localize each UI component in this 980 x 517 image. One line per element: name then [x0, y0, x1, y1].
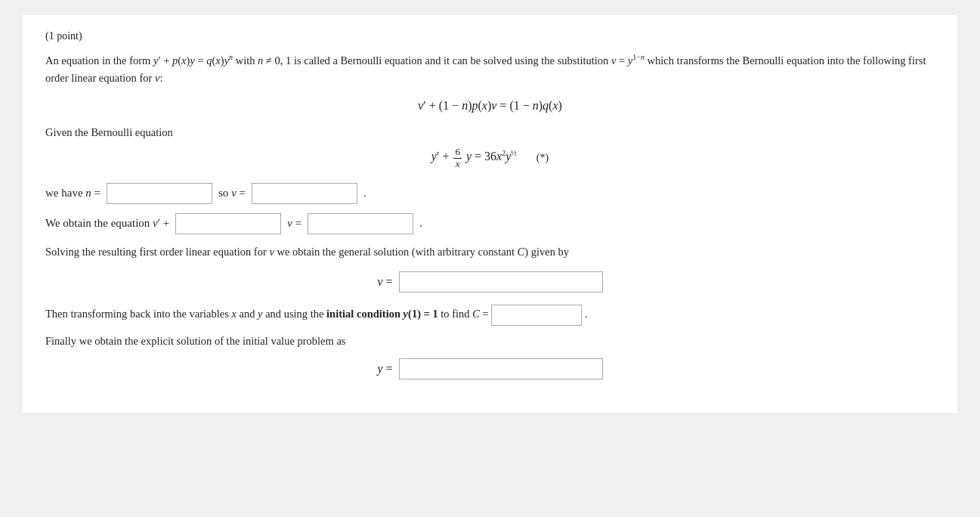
bernoulli-equation: y′ + 6 x y = 36x2y½ (*) — [45, 147, 935, 169]
y-label-text: y = — [377, 362, 392, 376]
c-value-input[interactable] — [491, 305, 582, 326]
v-general-input[interactable] — [399, 271, 603, 293]
v-input[interactable] — [252, 183, 357, 204]
obtain-rhs-input[interactable] — [308, 213, 413, 234]
v-equals-label: v = — [377, 275, 392, 289]
y-final-input[interactable] — [399, 358, 603, 379]
v-general-block: v = — [45, 271, 935, 293]
obtain-coeff-input[interactable] — [175, 213, 281, 234]
y-final-block: y = — [45, 358, 935, 379]
n-input[interactable] — [107, 183, 212, 204]
point-label: (1 point) — [45, 30, 935, 42]
transform-text: Then transforming back into the variable… — [45, 305, 935, 326]
period-2: . — [419, 217, 422, 230]
period-1: . — [363, 187, 366, 200]
given-bernoulli-label: Given the Bernoulli equation — [45, 126, 935, 139]
main-content: (1 point) An equation in the form y′ + p… — [23, 15, 957, 413]
solving-text: Solving the resulting first order linear… — [45, 243, 935, 261]
obtain-text: We obtain the equation v′ + — [45, 217, 169, 230]
intro-text: An equation in the form y′ + p(x)y = q(x… — [45, 51, 935, 87]
we-have-n-text: we have n = — [45, 187, 100, 200]
finally-text: Finally we obtain the explicit solution … — [45, 335, 935, 348]
n-row: we have n = so v = . — [45, 183, 935, 204]
center-equation: v′ + (1 − n)p(x)v = (1 − n)q(x) — [45, 99, 935, 113]
v-label: v = — [287, 217, 301, 230]
obtain-row: We obtain the equation v′ + v = . — [45, 213, 935, 234]
star-label: (*) — [536, 152, 549, 164]
so-v-text: so v = — [218, 187, 246, 200]
